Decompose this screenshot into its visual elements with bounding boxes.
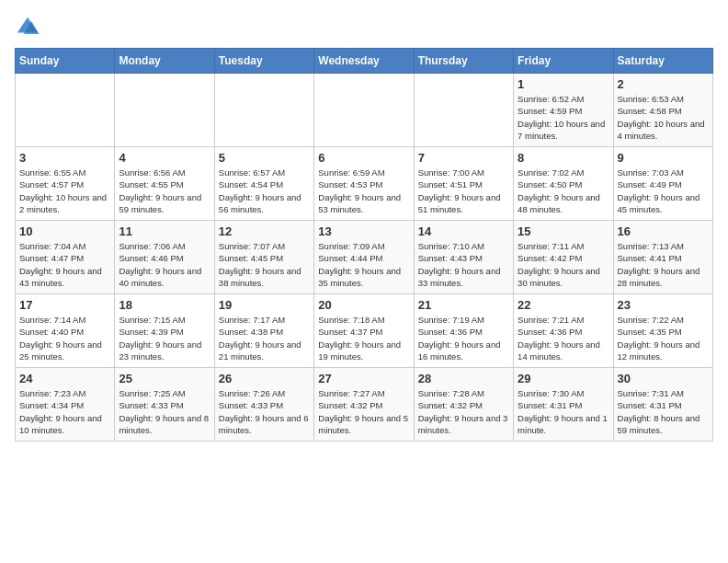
day-number: 21 (418, 298, 509, 312)
calendar-cell: 25Sunrise: 7:25 AM Sunset: 4:33 PM Dayli… (115, 368, 214, 442)
day-detail: Sunrise: 7:22 AM Sunset: 4:35 PM Dayligh… (618, 314, 709, 362)
day-detail: Sunrise: 7:23 AM Sunset: 4:34 PM Dayligh… (19, 387, 110, 436)
calendar-cell: 18Sunrise: 7:15 AM Sunset: 4:39 PM Dayli… (115, 294, 214, 368)
week-row-2: 3Sunrise: 6:55 AM Sunset: 4:57 PM Daylig… (16, 147, 713, 221)
day-detail: Sunrise: 7:26 AM Sunset: 4:33 PM Dayligh… (219, 387, 310, 436)
calendar-cell: 19Sunrise: 7:17 AM Sunset: 4:38 PM Dayli… (214, 294, 313, 368)
day-detail: Sunrise: 7:07 AM Sunset: 4:45 PM Dayligh… (219, 240, 310, 289)
day-number: 26 (219, 372, 310, 385)
day-detail: Sunrise: 6:59 AM Sunset: 4:53 PM Dayligh… (318, 167, 409, 215)
calendar-cell: 17Sunrise: 7:14 AM Sunset: 4:40 PM Dayli… (16, 294, 115, 368)
day-detail: Sunrise: 7:30 AM Sunset: 4:31 PM Dayligh… (518, 387, 609, 436)
calendar-cell: 8Sunrise: 7:02 AM Sunset: 4:50 PM Daylig… (514, 147, 613, 221)
day-detail: Sunrise: 7:13 AM Sunset: 4:41 PM Dayligh… (618, 240, 709, 289)
day-number: 12 (219, 224, 310, 238)
day-detail: Sunrise: 6:53 AM Sunset: 4:58 PM Dayligh… (618, 93, 709, 142)
day-detail: Sunrise: 7:09 AM Sunset: 4:44 PM Dayligh… (318, 240, 409, 289)
calendar-cell (314, 74, 414, 147)
day-number: 28 (418, 372, 509, 385)
day-detail: Sunrise: 7:17 AM Sunset: 4:38 PM Dayligh… (219, 314, 310, 362)
calendar-cell (16, 74, 115, 147)
header (15, 15, 713, 40)
week-row-1: 1Sunrise: 6:52 AM Sunset: 4:59 PM Daylig… (16, 74, 713, 147)
weekday-header-friday: Friday (514, 49, 613, 74)
calendar-cell: 26Sunrise: 7:26 AM Sunset: 4:33 PM Dayli… (214, 368, 313, 442)
day-number: 9 (618, 151, 709, 165)
day-detail: Sunrise: 7:18 AM Sunset: 4:37 PM Dayligh… (318, 314, 409, 362)
day-number: 22 (518, 298, 609, 312)
calendar-cell: 23Sunrise: 7:22 AM Sunset: 4:35 PM Dayli… (613, 294, 712, 368)
day-number: 11 (119, 224, 210, 238)
calendar-cell: 27Sunrise: 7:27 AM Sunset: 4:32 PM Dayli… (314, 368, 414, 442)
day-number: 5 (219, 151, 310, 165)
weekday-header-monday: Monday (115, 49, 214, 74)
day-detail: Sunrise: 7:00 AM Sunset: 4:51 PM Dayligh… (418, 167, 509, 215)
day-number: 20 (318, 298, 409, 312)
calendar-cell: 30Sunrise: 7:31 AM Sunset: 4:31 PM Dayli… (613, 368, 712, 442)
day-number: 4 (119, 151, 210, 165)
day-number: 19 (219, 298, 310, 312)
day-number: 8 (518, 151, 609, 165)
day-number: 18 (119, 298, 210, 312)
week-row-4: 17Sunrise: 7:14 AM Sunset: 4:40 PM Dayli… (16, 294, 713, 368)
day-number: 10 (19, 224, 110, 238)
day-detail: Sunrise: 7:14 AM Sunset: 4:40 PM Dayligh… (19, 314, 110, 362)
day-detail: Sunrise: 7:03 AM Sunset: 4:49 PM Dayligh… (618, 167, 709, 215)
day-number: 25 (119, 372, 210, 385)
calendar-cell: 16Sunrise: 7:13 AM Sunset: 4:41 PM Dayli… (613, 221, 712, 294)
calendar-cell: 6Sunrise: 6:59 AM Sunset: 4:53 PM Daylig… (314, 147, 414, 221)
day-detail: Sunrise: 7:21 AM Sunset: 4:36 PM Dayligh… (518, 314, 609, 362)
calendar-cell: 9Sunrise: 7:03 AM Sunset: 4:49 PM Daylig… (613, 147, 712, 221)
calendar-cell: 29Sunrise: 7:30 AM Sunset: 4:31 PM Dayli… (514, 368, 613, 442)
day-detail: Sunrise: 6:56 AM Sunset: 4:55 PM Dayligh… (119, 167, 210, 215)
calendar-cell: 3Sunrise: 6:55 AM Sunset: 4:57 PM Daylig… (16, 147, 115, 221)
calendar-cell: 10Sunrise: 7:04 AM Sunset: 4:47 PM Dayli… (16, 221, 115, 294)
week-row-3: 10Sunrise: 7:04 AM Sunset: 4:47 PM Dayli… (16, 221, 713, 294)
weekday-header-row: SundayMondayTuesdayWednesdayThursdayFrid… (16, 49, 713, 74)
calendar-cell: 12Sunrise: 7:07 AM Sunset: 4:45 PM Dayli… (214, 221, 313, 294)
day-number: 15 (518, 224, 609, 238)
calendar-cell: 14Sunrise: 7:10 AM Sunset: 4:43 PM Dayli… (414, 221, 513, 294)
calendar-cell: 4Sunrise: 6:56 AM Sunset: 4:55 PM Daylig… (115, 147, 214, 221)
weekday-header-thursday: Thursday (414, 49, 513, 74)
calendar-table: SundayMondayTuesdayWednesdayThursdayFrid… (15, 48, 713, 442)
day-number: 17 (19, 298, 110, 312)
calendar-cell: 20Sunrise: 7:18 AM Sunset: 4:37 PM Dayli… (314, 294, 414, 368)
calendar-cell: 1Sunrise: 6:52 AM Sunset: 4:59 PM Daylig… (514, 74, 613, 147)
day-detail: Sunrise: 7:11 AM Sunset: 4:42 PM Dayligh… (518, 240, 609, 289)
day-number: 7 (418, 151, 509, 165)
day-number: 23 (618, 298, 709, 312)
week-row-5: 24Sunrise: 7:23 AM Sunset: 4:34 PM Dayli… (16, 368, 713, 442)
day-detail: Sunrise: 7:10 AM Sunset: 4:43 PM Dayligh… (418, 240, 509, 289)
calendar-cell: 7Sunrise: 7:00 AM Sunset: 4:51 PM Daylig… (414, 147, 513, 221)
day-number: 13 (318, 224, 409, 238)
calendar-cell: 22Sunrise: 7:21 AM Sunset: 4:36 PM Dayli… (514, 294, 613, 368)
day-detail: Sunrise: 7:04 AM Sunset: 4:47 PM Dayligh… (19, 240, 110, 289)
day-number: 2 (618, 77, 709, 91)
calendar-cell: 5Sunrise: 6:57 AM Sunset: 4:54 PM Daylig… (214, 147, 313, 221)
day-detail: Sunrise: 7:02 AM Sunset: 4:50 PM Dayligh… (518, 167, 609, 215)
calendar-cell: 28Sunrise: 7:28 AM Sunset: 4:32 PM Dayli… (414, 368, 513, 442)
calendar-cell (414, 74, 513, 147)
day-number: 3 (19, 151, 110, 165)
calendar-cell: 15Sunrise: 7:11 AM Sunset: 4:42 PM Dayli… (514, 221, 613, 294)
day-number: 6 (318, 151, 409, 165)
day-number: 29 (518, 372, 609, 385)
day-detail: Sunrise: 7:15 AM Sunset: 4:39 PM Dayligh… (119, 314, 210, 362)
calendar-cell (115, 74, 214, 147)
day-number: 24 (19, 372, 110, 385)
calendar-cell: 13Sunrise: 7:09 AM Sunset: 4:44 PM Dayli… (314, 221, 414, 294)
day-detail: Sunrise: 7:19 AM Sunset: 4:36 PM Dayligh… (418, 314, 509, 362)
logo (15, 15, 44, 40)
day-detail: Sunrise: 7:28 AM Sunset: 4:32 PM Dayligh… (418, 387, 509, 436)
day-detail: Sunrise: 7:31 AM Sunset: 4:31 PM Dayligh… (618, 387, 709, 436)
weekday-header-sunday: Sunday (16, 49, 115, 74)
day-number: 30 (618, 372, 709, 385)
day-detail: Sunrise: 6:52 AM Sunset: 4:59 PM Dayligh… (518, 93, 609, 142)
calendar-cell: 2Sunrise: 6:53 AM Sunset: 4:58 PM Daylig… (613, 74, 712, 147)
logo-icon (15, 15, 40, 40)
weekday-header-tuesday: Tuesday (214, 49, 313, 74)
weekday-header-saturday: Saturday (613, 49, 712, 74)
weekday-header-wednesday: Wednesday (314, 49, 414, 74)
day-number: 14 (418, 224, 509, 238)
